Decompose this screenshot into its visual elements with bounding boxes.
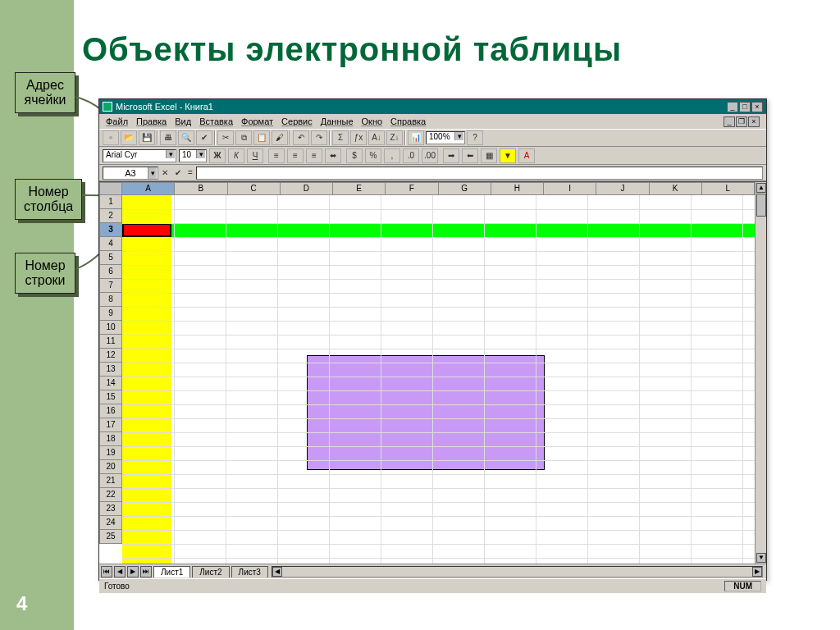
tab-prev-icon[interactable]: ◀	[114, 566, 126, 578]
row-header-21[interactable]: 21	[99, 474, 122, 488]
copy-icon[interactable]: ⧉	[235, 130, 252, 145]
zoom-combo[interactable]: 100%	[426, 131, 465, 144]
cut-icon[interactable]: ✂	[217, 130, 234, 145]
sort-asc-icon[interactable]: A↓	[368, 130, 385, 145]
sheet-tab-2[interactable]: Лист2	[192, 566, 229, 578]
column-header-f[interactable]: F	[386, 182, 438, 195]
menu-insert[interactable]: Вставка	[199, 116, 233, 126]
currency-icon[interactable]: $	[346, 148, 363, 163]
row-header-7[interactable]: 7	[99, 279, 122, 293]
doc-restore-button[interactable]: ❐	[736, 116, 747, 127]
tab-last-icon[interactable]: ⏭	[140, 566, 152, 578]
percent-icon[interactable]: %	[365, 148, 381, 163]
close-button[interactable]: ×	[751, 102, 763, 112]
menu-data[interactable]: Данные	[321, 116, 354, 126]
menu-tools[interactable]: Сервис	[281, 116, 313, 126]
cancel-icon[interactable]: ✕	[162, 168, 168, 177]
merge-icon[interactable]: ⬌	[325, 148, 341, 163]
borders-icon[interactable]: ▦	[481, 148, 497, 163]
spell-icon[interactable]: ✔	[196, 130, 212, 145]
scroll-right-icon[interactable]: ▶	[752, 567, 762, 577]
column-header-b[interactable]: B	[175, 182, 227, 195]
column-header-h[interactable]: H	[491, 182, 544, 195]
formula-bar-input[interactable]	[196, 167, 763, 180]
row-header-23[interactable]: 23	[99, 502, 122, 516]
menu-file[interactable]: Файл	[106, 116, 128, 126]
row-header-3[interactable]: 3	[99, 223, 122, 237]
new-icon[interactable]: ▫	[103, 130, 119, 145]
fill-color-icon[interactable]: ▼	[500, 148, 516, 163]
comma-icon[interactable]: ,	[384, 148, 400, 163]
row-header-1[interactable]: 1	[99, 195, 122, 209]
scroll-up-icon[interactable]: ▲	[756, 183, 766, 193]
inc-indent-icon[interactable]: ➡	[443, 148, 459, 163]
menu-edit[interactable]: Правка	[136, 116, 167, 126]
sheet-tab-1[interactable]: Лист1	[153, 566, 190, 578]
vertical-scrollbar[interactable]: ▲ ▼	[755, 182, 766, 564]
paste-icon[interactable]: 📋	[253, 130, 270, 145]
column-header-g[interactable]: G	[439, 182, 491, 195]
sort-desc-icon[interactable]: Z↓	[386, 130, 403, 145]
column-header-d[interactable]: D	[281, 182, 333, 195]
function-icon[interactable]: ƒx	[350, 130, 367, 145]
print-icon[interactable]: 🖶	[160, 130, 176, 145]
row-header-18[interactable]: 18	[99, 432, 122, 446]
row-header-9[interactable]: 9	[99, 307, 122, 321]
row-header-4[interactable]: 4	[99, 237, 122, 251]
menu-format[interactable]: Формат	[241, 116, 273, 126]
menu-view[interactable]: Вид	[175, 116, 191, 126]
column-header-j[interactable]: J	[596, 182, 649, 195]
open-icon[interactable]: 📂	[121, 130, 137, 145]
tab-next-icon[interactable]: ▶	[127, 566, 139, 578]
autosum-icon[interactable]: Σ	[332, 130, 349, 145]
column-header-k[interactable]: K	[650, 182, 702, 195]
row-header-25[interactable]: 25	[99, 530, 122, 544]
bold-icon[interactable]: Ж	[209, 148, 226, 163]
menu-window[interactable]: Окно	[362, 116, 383, 126]
row-header-11[interactable]: 11	[99, 335, 122, 349]
scroll-left-icon[interactable]: ◀	[272, 567, 282, 577]
row-header-13[interactable]: 13	[99, 363, 122, 377]
row-header-10[interactable]: 10	[99, 321, 122, 335]
row-header-5[interactable]: 5	[99, 251, 122, 265]
row-header-24[interactable]: 24	[99, 516, 122, 530]
horizontal-scrollbar[interactable]: ◀ ▶	[272, 566, 763, 578]
underline-icon[interactable]: Ч	[247, 148, 263, 163]
enter-icon[interactable]: ✔	[175, 168, 181, 177]
row-header-6[interactable]: 6	[99, 265, 122, 279]
preview-icon[interactable]: 🔍	[178, 130, 194, 145]
dec-decimal-icon[interactable]: .00	[422, 148, 438, 163]
scroll-thumb[interactable]	[756, 194, 766, 217]
menu-help[interactable]: Справка	[390, 116, 426, 126]
font-color-icon[interactable]: A	[518, 148, 535, 163]
chart-icon[interactable]: 📊	[408, 130, 424, 145]
worksheet-grid[interactable]: A B C D E F G H I J K L 1234567891011121…	[99, 181, 766, 564]
row-header-8[interactable]: 8	[99, 293, 122, 307]
align-center-icon[interactable]: ≡	[287, 148, 304, 163]
column-header-e[interactable]: E	[333, 182, 386, 195]
name-box[interactable]: A3	[103, 167, 158, 180]
undo-icon[interactable]: ↶	[293, 130, 309, 145]
active-cell-a3[interactable]	[122, 223, 171, 237]
italic-icon[interactable]: К	[228, 148, 244, 163]
column-header-l[interactable]: L	[702, 182, 755, 195]
row-header-20[interactable]: 20	[99, 460, 122, 474]
column-header-a[interactable]: A	[122, 182, 175, 195]
help-icon[interactable]: ?	[467, 130, 483, 145]
column-header-i[interactable]: I	[544, 182, 596, 195]
selected-block[interactable]	[307, 355, 545, 470]
row-header-2[interactable]: 2	[99, 209, 122, 223]
format-painter-icon[interactable]: 🖌	[272, 130, 288, 145]
align-right-icon[interactable]: ≡	[306, 148, 322, 163]
minimize-button[interactable]: _	[727, 102, 738, 112]
column-header-c[interactable]: C	[228, 182, 281, 195]
doc-close-button[interactable]: ×	[748, 116, 760, 127]
fx-icon[interactable]: =	[188, 168, 193, 177]
font-size-combo[interactable]: 10	[179, 149, 207, 162]
tab-first-icon[interactable]: ⏮	[101, 566, 112, 578]
save-icon[interactable]: 💾	[139, 130, 155, 145]
align-left-icon[interactable]: ≡	[268, 148, 285, 163]
dec-indent-icon[interactable]: ⬅	[462, 148, 478, 163]
sheet-tab-3[interactable]: Лист3	[231, 566, 268, 578]
select-all-corner[interactable]	[99, 182, 122, 195]
